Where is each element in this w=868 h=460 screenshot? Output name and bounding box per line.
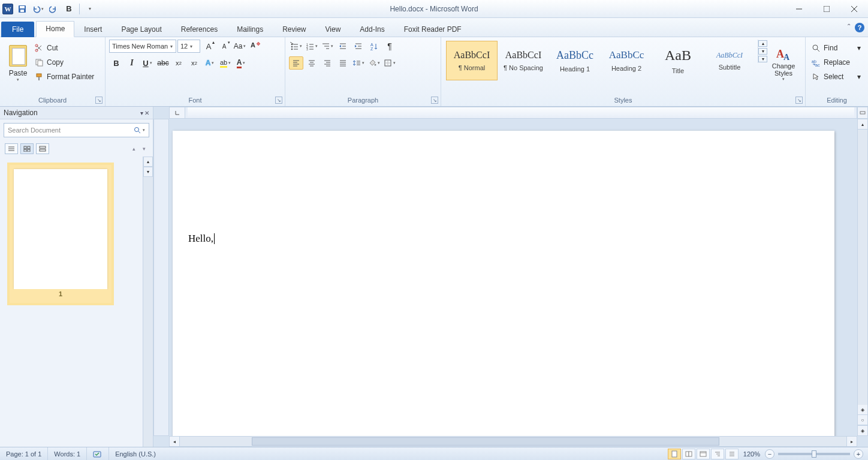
- style-heading-1[interactable]: AaBbCcHeading 1: [549, 41, 601, 80]
- zoom-slider-knob[interactable]: [812, 450, 816, 458]
- browse-object-button[interactable]: ○: [858, 415, 867, 425]
- next-page-button[interactable]: ◈: [858, 425, 867, 435]
- tab-selector[interactable]: [170, 107, 185, 118]
- bullets-button[interactable]: ▾: [289, 40, 303, 53]
- zoom-out-button[interactable]: −: [765, 449, 774, 459]
- page-thumbnail-1[interactable]: 1: [7, 163, 114, 305]
- view-outline[interactable]: [711, 449, 724, 459]
- align-center-button[interactable]: [305, 56, 319, 70]
- borders-button[interactable]: ▾: [382, 56, 397, 70]
- justify-button[interactable]: [336, 56, 350, 70]
- undo-button[interactable]: ▾: [31, 2, 44, 16]
- tab-references[interactable]: References: [171, 22, 227, 37]
- format-painter-button[interactable]: Format Painter: [32, 70, 97, 84]
- horizontal-ruler[interactable]: [169, 107, 857, 119]
- clipboard-launcher[interactable]: ↘: [95, 97, 103, 104]
- nav-scroll-down[interactable]: ▾: [143, 167, 153, 177]
- maximize-button[interactable]: [813, 1, 840, 17]
- tab-review[interactable]: Review: [273, 22, 315, 37]
- font-launcher[interactable]: ↘: [275, 97, 282, 104]
- text-effects-button[interactable]: A▾: [203, 56, 217, 70]
- shrink-font-button[interactable]: A▾: [217, 40, 231, 53]
- save-button[interactable]: [16, 2, 29, 16]
- vertical-ruler[interactable]: [153, 119, 169, 436]
- italic-button[interactable]: I: [125, 56, 139, 70]
- help-button[interactable]: ?: [855, 23, 864, 32]
- horizontal-scrollbar[interactable]: ◂ ▸: [169, 436, 857, 447]
- hscroll-left[interactable]: ◂: [170, 437, 180, 446]
- styles-launcher[interactable]: ↘: [795, 97, 803, 104]
- styles-expand[interactable]: ▾: [758, 56, 767, 62]
- copy-button[interactable]: Copy: [32, 55, 97, 70]
- nav-menu-button[interactable]: ▾: [140, 110, 143, 116]
- decrease-indent-button[interactable]: [336, 40, 350, 53]
- hscroll-thumb[interactable]: [252, 437, 719, 446]
- status-language[interactable]: English (U.S.): [109, 447, 162, 460]
- tab-foxit[interactable]: Foxit Reader PDF: [394, 22, 471, 37]
- styles-scroll-up[interactable]: ▴: [758, 40, 767, 47]
- align-right-button[interactable]: [320, 56, 334, 70]
- font-color-button[interactable]: A▾: [234, 56, 248, 70]
- nav-tab-headings[interactable]: [5, 143, 18, 154]
- nav-scrollbar[interactable]: ▴ ▾: [143, 157, 153, 447]
- tab-page-layout[interactable]: Page Layout: [111, 22, 171, 37]
- status-page[interactable]: Page: 1 of 1: [0, 447, 48, 460]
- qat-customize-button[interactable]: ▾: [83, 2, 97, 16]
- tab-file[interactable]: File: [1, 22, 34, 37]
- zoom-value[interactable]: 120%: [740, 450, 764, 458]
- tab-mailings[interactable]: Mailings: [227, 22, 273, 37]
- cut-button[interactable]: Cut: [32, 41, 97, 55]
- superscript-button[interactable]: x2: [187, 56, 201, 70]
- hscroll-right[interactable]: ▸: [846, 437, 857, 446]
- tab-view[interactable]: View: [316, 22, 351, 37]
- zoom-in-button[interactable]: +: [854, 449, 863, 459]
- nav-close-button[interactable]: ✕: [144, 110, 149, 116]
- ruler-toggle-button[interactable]: [857, 107, 868, 119]
- style-subtitle[interactable]: AaBbCcISubtitle: [704, 41, 755, 80]
- tab-addins[interactable]: Add-Ins: [350, 22, 394, 37]
- paste-button[interactable]: Paste ▾: [4, 40, 32, 88]
- qat-bold-button[interactable]: B: [62, 2, 76, 16]
- vertical-scrollbar[interactable]: ▴ ◈ ○ ◈: [857, 119, 868, 436]
- numbering-button[interactable]: 123▾: [305, 40, 319, 53]
- nav-prev-button[interactable]: ▴: [130, 146, 138, 152]
- document-text[interactable]: Hello,: [188, 233, 215, 245]
- replace-button[interactable]: abac Replace: [809, 55, 863, 70]
- style-no-spacing[interactable]: AaBbCcI¶ No Spacing: [498, 41, 549, 80]
- document-page[interactable]: Hello,: [173, 131, 834, 447]
- styles-gallery[interactable]: AaBbCcI¶ Normal AaBbCcI¶ No Spacing AaBb…: [445, 40, 757, 82]
- vscroll-up[interactable]: ▴: [858, 119, 867, 130]
- nav-next-button[interactable]: ▾: [140, 146, 148, 152]
- change-case-button[interactable]: Aa▾: [233, 40, 247, 53]
- minimize-ribbon-button[interactable]: ⌃: [846, 23, 851, 32]
- grow-font-button[interactable]: A▴: [201, 40, 216, 53]
- strikethrough-button[interactable]: abc: [156, 56, 170, 70]
- highlight-button[interactable]: ab▾: [218, 56, 233, 70]
- underline-button[interactable]: U▾: [140, 56, 155, 70]
- nav-tab-results[interactable]: [36, 143, 49, 154]
- select-button[interactable]: Select▾: [809, 70, 863, 84]
- status-proofing[interactable]: [87, 447, 109, 460]
- paragraph-launcher[interactable]: ↘: [431, 97, 438, 104]
- view-full-screen[interactable]: [682, 449, 695, 459]
- style-heading-2[interactable]: AaBbCcHeading 2: [601, 41, 652, 80]
- tab-home[interactable]: Home: [36, 21, 74, 37]
- view-web-layout[interactable]: [697, 449, 710, 459]
- multilevel-list-button[interactable]: ▾: [320, 40, 334, 53]
- prev-page-button[interactable]: ◈: [858, 405, 867, 415]
- nav-tab-pages[interactable]: [20, 143, 34, 154]
- find-button[interactable]: Find▾: [809, 41, 863, 55]
- increase-indent-button[interactable]: [351, 40, 366, 53]
- show-hide-button[interactable]: ¶: [382, 40, 397, 53]
- nav-search-input[interactable]: Search Document ▾: [4, 123, 149, 137]
- change-styles-button[interactable]: AA Change Styles ▾: [767, 40, 800, 88]
- bold-button[interactable]: B: [109, 56, 123, 70]
- close-button[interactable]: [840, 1, 868, 17]
- styles-scroll-down[interactable]: ▾: [758, 48, 767, 55]
- subscript-button[interactable]: x2: [171, 56, 186, 70]
- sort-button[interactable]: AZ: [367, 40, 381, 53]
- line-spacing-button[interactable]: ▾: [351, 56, 366, 70]
- zoom-slider[interactable]: [778, 453, 850, 455]
- shading-button[interactable]: ▾: [367, 56, 381, 70]
- clear-formatting-button[interactable]: [248, 40, 263, 53]
